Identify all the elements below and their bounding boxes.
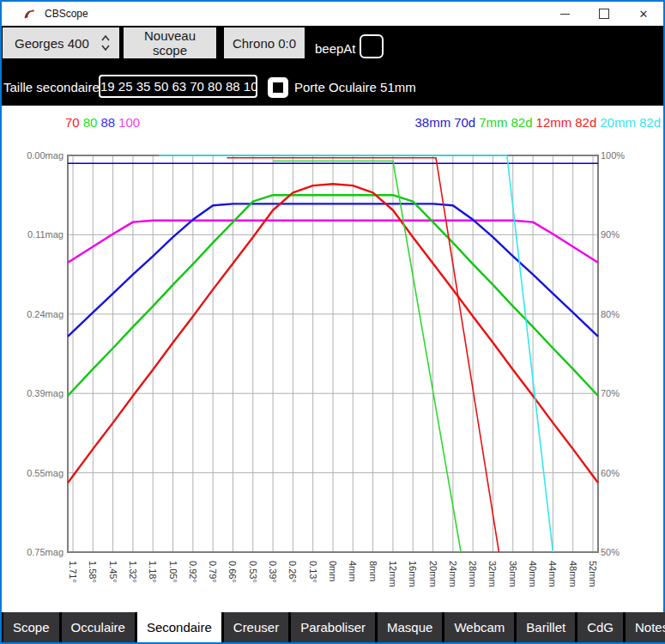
app-icon <box>22 7 36 21</box>
chevron-up-down-icon <box>100 33 111 52</box>
tab-paraboliser[interactable]: Paraboliser <box>291 612 375 642</box>
minimize-button[interactable] <box>545 2 584 26</box>
legend-item-100: 100 <box>118 115 140 130</box>
legend-secondary-sizes: 708088100 <box>65 115 143 130</box>
close-icon: ✕ <box>639 9 649 20</box>
beepat-checkbox[interactable] <box>360 34 384 58</box>
eyepiece-line-20mm-82d <box>159 155 553 552</box>
x-axis-label: 0.79° <box>208 561 218 583</box>
beepat-label: beepAt <box>315 41 356 56</box>
x-axis-label: 40mm <box>528 561 538 587</box>
tab-masque[interactable]: Masque <box>378 612 442 642</box>
x-axis-label: 1.58° <box>88 561 98 583</box>
maximize-button[interactable] <box>584 2 624 26</box>
tab-webcam[interactable]: Webcam <box>444 612 514 642</box>
nouveau-scope-button[interactable]: Nouveau scope <box>124 27 216 58</box>
legend-item-70d: 70d <box>454 115 475 130</box>
x-axis-label: 28mm <box>468 561 478 587</box>
app-window: CBScope ✕ Georges 400 Nouveau scope Chro… <box>0 0 665 644</box>
x-axis-label: 0.53° <box>248 561 258 583</box>
y-axis-label-right: 90% <box>601 229 620 240</box>
x-axis-label: 12mm <box>388 561 398 587</box>
legend-item-20mm: 20mm <box>600 115 636 130</box>
y-axis-label-left: 0.24mag <box>27 309 63 319</box>
x-axis-label: 0.92° <box>188 561 198 583</box>
x-axis-label: 0.13° <box>308 561 318 583</box>
x-axis-label: 44mm <box>547 561 558 587</box>
x-axis-label: 1.71° <box>68 561 78 583</box>
tab-barillet[interactable]: Barillet <box>517 612 575 642</box>
x-axis-label: 4mm <box>348 561 358 581</box>
legend-item-12mm: 12mm <box>536 115 572 130</box>
chrono-button[interactable]: Chrono 0:0 <box>224 27 305 58</box>
y-axis-label-right: 80% <box>601 309 620 319</box>
legend-item-82d: 82d <box>511 115 533 130</box>
y-axis-label-right: 70% <box>601 388 620 398</box>
window-controls: ✕ <box>545 2 663 26</box>
porte-oculaire-checkbox[interactable] <box>268 77 288 98</box>
legend-item-82d: 82d <box>639 115 661 130</box>
minimize-icon <box>560 14 570 15</box>
maximize-icon <box>599 9 609 19</box>
x-axis-label: 16mm <box>408 561 418 587</box>
x-axis-label: 48mm <box>568 561 578 587</box>
y-axis-label-right: 50% <box>601 547 620 557</box>
x-axis-label: 1.45° <box>108 561 118 583</box>
x-axis-label: 20mm <box>428 561 438 587</box>
tab-creuser[interactable]: Creuser <box>224 612 288 642</box>
x-axis-label: 36mm <box>508 561 518 587</box>
scope-selector-value: Georges 400 <box>15 36 89 51</box>
y-axis-label-right: 100% <box>601 150 625 161</box>
window-title: CBScope <box>45 8 88 20</box>
y-axis-label-left: 0.55mag <box>27 468 63 478</box>
chart-area: 0.00mag100%0.11mag90%0.24mag80%0.39mag70… <box>2 106 663 612</box>
y-axis-label-left: 0.00mag <box>27 150 63 161</box>
y-axis-label-right: 60% <box>601 468 620 478</box>
title-bar: CBScope ✕ <box>2 2 663 26</box>
tab-occulaire[interactable]: Occulaire <box>62 612 135 642</box>
close-button[interactable]: ✕ <box>624 2 663 26</box>
porte-oculaire-label: Porte Oculaire 51mm <box>294 80 416 94</box>
legend-item-38mm: 38mm <box>414 115 450 130</box>
tab-secondaire[interactable]: Secondaire <box>137 612 221 642</box>
taille-secondaires-label: Taille secondaires <box>3 80 106 94</box>
tab-bar: ScopeOcculaireSecondaireCreuserParabolis… <box>2 612 663 642</box>
x-axis-label: 0mm <box>328 561 338 581</box>
x-axis-label: 32mm <box>487 561 498 587</box>
scope-selector[interactable]: Georges 400 <box>3 27 119 58</box>
legend-item-70: 70 <box>65 115 80 130</box>
x-axis-label: 8mm <box>368 561 378 581</box>
x-axis-label: 0.26° <box>287 561 298 583</box>
y-axis-label-left: 0.11mag <box>27 229 63 240</box>
x-axis-label: 0.39° <box>268 561 278 583</box>
x-axis-label: 1.05° <box>168 561 178 583</box>
legend-eyepieces: 38mm70d7mm82d12mm82d20mm82d <box>414 115 661 130</box>
legend-item-7mm: 7mm <box>479 115 507 130</box>
x-axis-label: 1.18° <box>148 561 158 583</box>
y-axis-label-left: 0.75mag <box>27 547 63 557</box>
y-axis-label-left: 0.39mag <box>27 388 63 398</box>
taille-secondaires-input[interactable] <box>99 75 257 98</box>
x-axis-label: 52mm <box>588 561 598 587</box>
tab-notes[interactable]: Notes <box>626 612 665 642</box>
x-axis-label: 1.32° <box>128 561 138 583</box>
illumination-chart: 0.00mag100%0.11mag90%0.24mag80%0.39mag70… <box>2 106 663 612</box>
legend-item-82d: 82d <box>575 115 596 130</box>
legend-item-88: 88 <box>100 115 115 130</box>
tab-scope[interactable]: Scope <box>3 612 59 642</box>
x-axis-label: 24mm <box>448 561 458 587</box>
legend-item-80: 80 <box>83 115 98 130</box>
tab-cdg[interactable]: CdG <box>577 612 623 642</box>
x-axis-label: 0.66° <box>227 561 238 583</box>
toolbar: Georges 400 Nouveau scope Chrono 0:0 bee… <box>2 26 663 106</box>
